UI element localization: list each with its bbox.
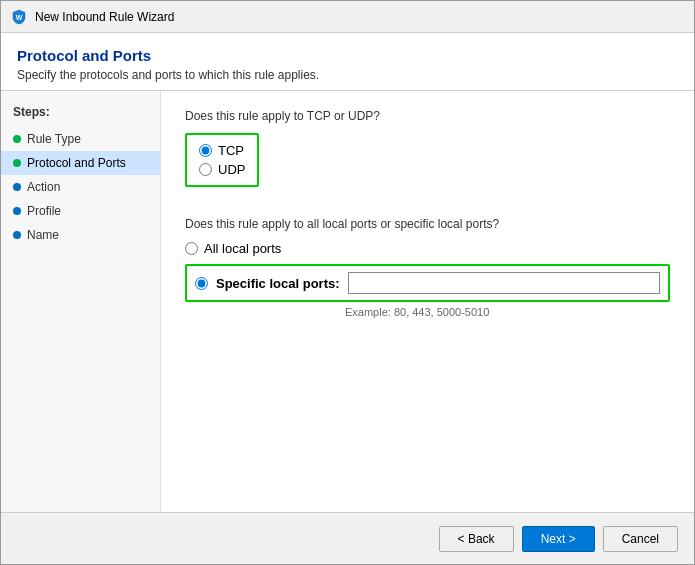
dot-icon-rule-type — [13, 135, 21, 143]
sidebar-item-label: Protocol and Ports — [27, 156, 126, 170]
sidebar-item-name[interactable]: Name — [1, 223, 160, 247]
tcp-radio-row: TCP — [199, 143, 245, 158]
next-button[interactable]: Next > — [522, 526, 595, 552]
dot-icon-protocol — [13, 159, 21, 167]
sidebar-item-rule-type[interactable]: Rule Type — [1, 127, 160, 151]
sidebar-item-action[interactable]: Action — [1, 175, 160, 199]
all-local-ports-row: All local ports — [185, 241, 670, 256]
specific-ports-label[interactable]: Specific local ports: — [216, 276, 340, 291]
tcp-udp-group: TCP UDP — [185, 133, 259, 187]
footer: < Back Next > Cancel — [1, 512, 694, 564]
dot-icon-profile — [13, 207, 21, 215]
dot-icon-name — [13, 231, 21, 239]
sidebar-item-label: Name — [27, 228, 59, 242]
udp-radio-row: UDP — [199, 162, 245, 177]
content-area: Does this rule apply to TCP or UDP? TCP … — [161, 91, 694, 512]
ports-input[interactable] — [348, 272, 660, 294]
specific-ports-group: Specific local ports: — [185, 264, 670, 302]
tcp-radio[interactable] — [199, 144, 212, 157]
sidebar-item-label: Profile — [27, 204, 61, 218]
steps-label: Steps: — [1, 101, 160, 127]
all-ports-radio[interactable] — [185, 242, 198, 255]
window-title: New Inbound Rule Wizard — [35, 10, 174, 24]
all-local-ports-label[interactable]: All local ports — [204, 241, 281, 256]
dot-icon-action — [13, 183, 21, 191]
specific-ports-radio[interactable] — [195, 277, 208, 290]
cancel-button[interactable]: Cancel — [603, 526, 678, 552]
window-body: Protocol and Ports Specify the protocols… — [1, 33, 694, 564]
tcp-label[interactable]: TCP — [218, 143, 244, 158]
sidebar-item-label: Action — [27, 180, 60, 194]
section-gap — [185, 193, 670, 213]
sidebar-item-profile[interactable]: Profile — [1, 199, 160, 223]
udp-label[interactable]: UDP — [218, 162, 245, 177]
tcp-udp-question: Does this rule apply to TCP or UDP? — [185, 109, 670, 123]
example-text: Example: 80, 443, 5000-5010 — [345, 306, 670, 318]
sidebar-item-label: Rule Type — [27, 132, 81, 146]
shield-icon: W — [11, 9, 27, 25]
main-content: Steps: Rule Type Protocol and Ports Acti… — [1, 91, 694, 512]
back-button[interactable]: < Back — [439, 526, 514, 552]
page-title: Protocol and Ports — [17, 47, 678, 64]
header-section: Protocol and Ports Specify the protocols… — [1, 33, 694, 91]
sidebar-item-protocol-and-ports[interactable]: Protocol and Ports — [1, 151, 160, 175]
sidebar: Steps: Rule Type Protocol and Ports Acti… — [1, 91, 161, 512]
udp-radio[interactable] — [199, 163, 212, 176]
ports-question: Does this rule apply to all local ports … — [185, 217, 670, 231]
page-subtitle: Specify the protocols and ports to which… — [17, 68, 678, 82]
title-bar: W New Inbound Rule Wizard — [1, 1, 694, 33]
ports-section: Does this rule apply to all local ports … — [185, 217, 670, 318]
wizard-window: W New Inbound Rule Wizard Protocol and P… — [0, 0, 695, 565]
svg-text:W: W — [16, 14, 23, 21]
